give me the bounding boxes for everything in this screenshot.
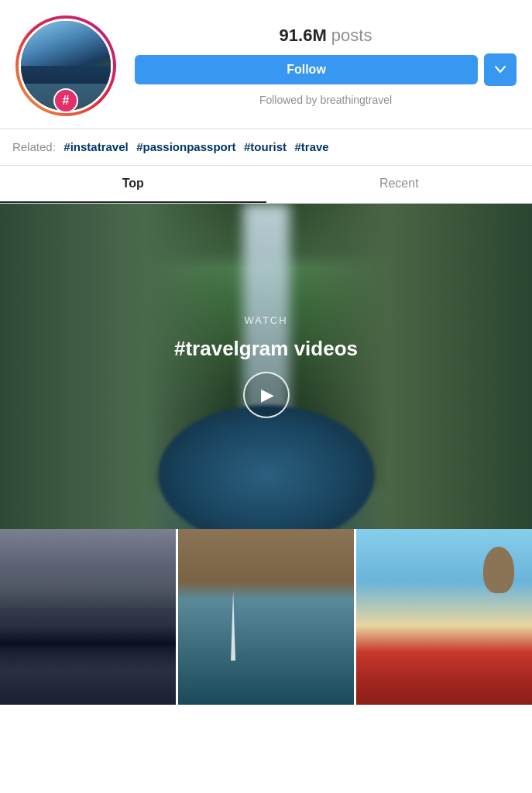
related-bar: Related: #instatravel #passionpassport #… [0, 129, 532, 166]
grid-item-car[interactable] [356, 529, 532, 705]
follow-dropdown-button[interactable] [484, 53, 517, 86]
play-icon: ▶ [261, 385, 274, 405]
tabs: Top Recent [0, 166, 532, 204]
profile-header: # 91.6M posts Follow Followed by breathi… [0, 0, 532, 129]
related-label: Related: [12, 140, 56, 153]
tab-recent[interactable]: Recent [266, 166, 533, 203]
chevron-down-icon [495, 66, 506, 74]
play-button[interactable]: ▶ [243, 372, 290, 418]
photo-grid [0, 529, 532, 705]
related-tag-trave[interactable]: #trave [294, 140, 328, 153]
grid-item-ocean[interactable] [0, 529, 176, 705]
watch-label: WATCH [244, 314, 287, 326]
posts-count: 91.6M posts [135, 26, 517, 46]
tab-top[interactable]: Top [0, 166, 266, 203]
grid-item-sailboats[interactable] [178, 529, 354, 705]
related-tag-instatravel[interactable]: #instatravel [63, 140, 128, 153]
video-overlay: WATCH #travelgram videos ▶ [0, 204, 532, 529]
profile-info: 91.6M posts Follow Followed by breathing… [135, 26, 517, 106]
avatar-wrapper: # [15, 15, 116, 116]
followed-by-text: Followed by breathingtravel [135, 94, 517, 106]
follow-row: Follow [135, 53, 517, 86]
related-tag-passionpassport[interactable]: #passionpassport [136, 140, 235, 153]
video-hero[interactable]: WATCH #travelgram videos ▶ [0, 204, 532, 529]
related-tag-tourist[interactable]: #tourist [244, 140, 287, 153]
watch-title: #travelgram videos [174, 337, 358, 361]
follow-button[interactable]: Follow [135, 55, 478, 84]
hashtag-badge: # [53, 88, 78, 113]
posts-label: posts [331, 26, 372, 45]
posts-number: 91.6M [280, 26, 327, 45]
